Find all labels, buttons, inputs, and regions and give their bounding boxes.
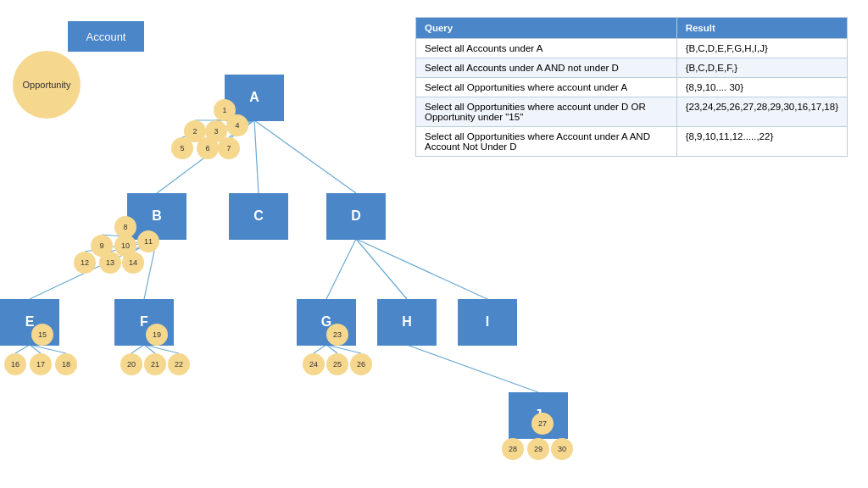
opportunity-30: 30 xyxy=(551,438,573,460)
opportunity-5: 5 xyxy=(171,137,193,159)
opportunity-24: 24 xyxy=(303,353,325,375)
opportunity-29: 29 xyxy=(527,438,549,460)
opportunity-25: 25 xyxy=(326,353,348,375)
opportunity-22: 22 xyxy=(168,353,190,375)
opportunity-27: 27 xyxy=(531,413,554,435)
opportunity-23: 23 xyxy=(326,324,348,346)
opportunity-14: 14 xyxy=(122,252,144,274)
opportunity-17: 17 xyxy=(30,353,52,375)
opportunity-13: 13 xyxy=(99,252,121,274)
opportunity-16: 16 xyxy=(4,353,26,375)
opportunity-7: 7 xyxy=(218,137,240,159)
account-C: C xyxy=(229,193,288,240)
opportunity-15: 15 xyxy=(31,324,53,346)
account-H: H xyxy=(377,299,437,346)
opportunity-19: 19 xyxy=(146,324,168,346)
opportunity-26: 26 xyxy=(350,353,372,375)
opportunity-18: 18 xyxy=(55,353,77,375)
account-D: D xyxy=(326,193,386,240)
opportunity-28: 28 xyxy=(502,438,524,460)
account-B: B xyxy=(127,193,186,240)
opportunity-11: 11 xyxy=(137,230,159,252)
account-I: I xyxy=(458,299,517,346)
opportunity-4: 4 xyxy=(226,114,248,136)
opportunity-20: 20 xyxy=(120,353,142,375)
opportunity-6: 6 xyxy=(197,137,219,159)
opportunity-12: 12 xyxy=(74,252,96,274)
opportunity-21: 21 xyxy=(144,353,166,375)
diagram-container: ABCDEFGHIJ123456789101112131415161718192… xyxy=(0,0,868,488)
